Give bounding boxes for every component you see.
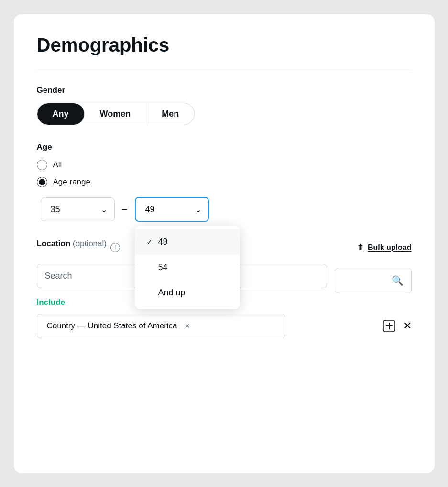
add-location-button[interactable] (383, 320, 395, 332)
age-range-dash: – (122, 204, 127, 214)
dropdown-item-54[interactable]: ✓ 54 (135, 255, 240, 280)
gender-section: Gender Any Women Men (37, 86, 412, 125)
age-label: Age (37, 142, 412, 152)
gender-women-button[interactable]: Women (85, 103, 147, 125)
location-tag-text: Country — United States of America (47, 321, 177, 331)
section-divider (37, 70, 412, 70)
bulk-upload-button[interactable]: ⬆ Bulk upload (357, 242, 412, 253)
age-section: Age All Age range 35 40 45 ⌄ – (37, 142, 412, 222)
gender-men-button[interactable]: Men (146, 103, 194, 125)
check-icon: ✓ (146, 238, 153, 247)
info-icon[interactable]: i (110, 243, 120, 252)
dropdown-label-54: 54 (158, 262, 168, 272)
age-range-radio[interactable] (37, 177, 47, 187)
remove-location-button[interactable]: ✕ (403, 320, 412, 332)
age-dropdown-menu: ✓ 49 ✓ 54 ✓ And up (135, 226, 240, 309)
age-range-option[interactable]: Age range (37, 177, 412, 187)
age-from-select[interactable]: 35 40 45 (41, 197, 115, 221)
age-all-label: All (53, 160, 62, 170)
dropdown-item-and-up[interactable]: ✓ And up (135, 280, 240, 305)
upload-icon: ⬆ (357, 242, 364, 253)
age-range-row: 35 40 45 ⌄ – 49 54 And up ⌄ ✓ (41, 197, 412, 222)
age-to-select[interactable]: 49 54 And up (135, 197, 209, 222)
tag-close-button[interactable]: × (185, 321, 190, 331)
demographics-card: Demographics Gender Any Women Men Age Al… (14, 14, 435, 473)
age-all-radio[interactable] (37, 160, 47, 170)
dropdown-item-49[interactable]: ✓ 49 (135, 229, 240, 255)
age-radio-group: All Age range (37, 160, 412, 187)
gender-label: Gender (37, 86, 412, 95)
location-label-group: Location (optional) i (37, 239, 120, 256)
location-label: Location (optional) (37, 239, 107, 249)
dropdown-label-and-up: And up (158, 288, 186, 298)
location-row: Country — United States of America × ✕ (37, 314, 412, 338)
location-actions: ✕ (383, 320, 412, 332)
age-to-wrapper: 49 54 And up ⌄ ✓ 49 ✓ 54 ✓ (135, 197, 209, 222)
gender-toggle-group: Any Women Men (37, 103, 195, 125)
close-icon: ✕ (403, 320, 412, 332)
gender-any-button[interactable]: Any (37, 103, 85, 125)
dropdown-label-49: 49 (158, 237, 168, 247)
age-range-label: Age range (53, 177, 90, 187)
age-all-option[interactable]: All (37, 160, 412, 170)
bulk-upload-label: Bulk upload (368, 243, 412, 252)
age-from-wrapper: 35 40 45 ⌄ (41, 197, 115, 221)
add-icon (383, 320, 395, 332)
bulk-search-box: 🔍 (335, 268, 412, 293)
page-title: Demographics (37, 33, 412, 56)
search-icon: 🔍 (392, 275, 404, 286)
location-tag: Country — United States of America × (37, 314, 285, 338)
